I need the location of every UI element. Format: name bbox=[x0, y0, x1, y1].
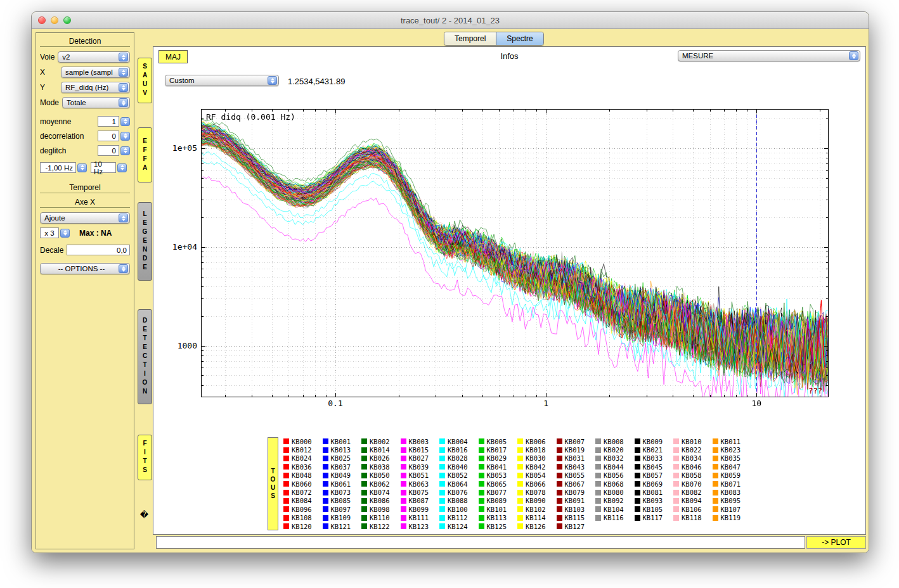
legend-item[interactable]: KB059 bbox=[713, 471, 752, 480]
legend-item[interactable]: KB019 bbox=[557, 445, 596, 454]
legend-item[interactable]: KB117 bbox=[635, 514, 674, 522]
legend-item[interactable]: KB116 bbox=[595, 514, 635, 522]
legend-item[interactable]: KB068 bbox=[595, 480, 635, 488]
legend-item[interactable]: KB082 bbox=[673, 488, 713, 496]
legend-item[interactable]: KB065 bbox=[479, 480, 518, 488]
legend-item[interactable]: KB123 bbox=[401, 522, 440, 530]
decale-input[interactable]: 0,0 bbox=[67, 245, 130, 255]
legend-item[interactable]: KB031 bbox=[557, 454, 596, 463]
legend-item[interactable]: KB106 bbox=[673, 505, 713, 513]
legend-item[interactable]: KB056 bbox=[595, 471, 635, 480]
legend-item[interactable]: KB000 bbox=[283, 437, 323, 445]
legend-item[interactable]: KB066 bbox=[517, 480, 557, 488]
legend-item[interactable]: KB032 bbox=[595, 454, 635, 463]
legend-item[interactable]: KB044 bbox=[595, 463, 635, 471]
legend-item[interactable]: KB089 bbox=[479, 497, 518, 505]
legend-item[interactable]: KB027 bbox=[401, 454, 440, 463]
close-window-button[interactable] bbox=[38, 16, 46, 24]
legend-item[interactable]: KB024 bbox=[283, 454, 323, 463]
legend-item[interactable]: KB124 bbox=[439, 522, 479, 530]
legend-item[interactable]: KB113 bbox=[479, 514, 518, 522]
legend-item[interactable]: KB036 bbox=[283, 463, 323, 471]
legend-item[interactable]: KB125 bbox=[479, 522, 518, 530]
legend-item[interactable]: KB079 bbox=[557, 488, 596, 496]
legend-item[interactable]: KB096 bbox=[283, 505, 323, 513]
x-mult-spinbox[interactable]: x 3 bbox=[40, 227, 70, 238]
x-variable-select[interactable]: sample (sampl bbox=[61, 67, 130, 78]
legend-item[interactable]: KB014 bbox=[361, 445, 401, 454]
spectrum-plot[interactable] bbox=[201, 109, 829, 397]
legend-item[interactable]: KB126 bbox=[517, 522, 557, 530]
zoom-window-button[interactable] bbox=[63, 16, 71, 24]
sauv-button[interactable]: SAUV bbox=[138, 58, 152, 103]
legend-item[interactable]: KB097 bbox=[323, 505, 362, 513]
legend-item[interactable]: KB057 bbox=[635, 471, 674, 480]
legend-item[interactable]: KB112 bbox=[439, 514, 479, 522]
legend-item[interactable]: KB092 bbox=[595, 497, 635, 505]
legend-item[interactable]: KB033 bbox=[635, 454, 674, 463]
legend-item[interactable]: KB076 bbox=[439, 488, 479, 496]
legend-item[interactable]: KB108 bbox=[283, 514, 323, 522]
legend-item[interactable]: KB048 bbox=[283, 471, 323, 480]
legend-item[interactable]: KB084 bbox=[283, 497, 323, 505]
fits-button[interactable]: FITS bbox=[138, 435, 152, 480]
detection-button[interactable]: DETECTION bbox=[138, 309, 152, 404]
legend-item[interactable]: KB020 bbox=[595, 445, 635, 454]
legend-item[interactable]: KB042 bbox=[517, 463, 557, 471]
legend-item[interactable]: KB104 bbox=[595, 505, 635, 513]
legend-item[interactable]: KB055 bbox=[557, 471, 596, 480]
legend-item[interactable]: KB047 bbox=[713, 463, 752, 471]
legend-item[interactable]: KB060 bbox=[283, 480, 323, 488]
legend-item[interactable]: KB073 bbox=[323, 488, 362, 496]
legend-item[interactable]: KB083 bbox=[713, 488, 752, 496]
legend-item[interactable]: KB071 bbox=[713, 480, 752, 488]
legend-item[interactable]: KB069 bbox=[635, 480, 674, 488]
legend-item[interactable]: KB050 bbox=[361, 471, 401, 480]
legend-item[interactable]: KB080 bbox=[595, 488, 635, 496]
tab-temporel[interactable]: Temporel bbox=[444, 32, 496, 45]
legend-item[interactable]: KB086 bbox=[361, 497, 401, 505]
legend-item[interactable]: KB067 bbox=[557, 480, 596, 488]
command-input[interactable] bbox=[156, 536, 805, 549]
legend-item[interactable]: KB015 bbox=[401, 445, 440, 454]
legend-item[interactable]: KB120 bbox=[283, 522, 323, 530]
legend-item[interactable]: KB013 bbox=[323, 445, 362, 454]
stepper-arrows-icon[interactable] bbox=[120, 132, 130, 141]
legend-item[interactable]: KB001 bbox=[323, 437, 362, 445]
legend-item[interactable]: KB101 bbox=[479, 505, 518, 513]
legend-item[interactable]: KB037 bbox=[323, 463, 362, 471]
legend-item[interactable]: KB043 bbox=[557, 463, 596, 471]
stepper-arrows-icon[interactable] bbox=[77, 163, 87, 172]
legend-item[interactable]: KB045 bbox=[635, 463, 674, 471]
legend-item[interactable]: KB075 bbox=[401, 488, 440, 496]
legend-item[interactable]: KB103 bbox=[557, 505, 596, 513]
axe-x-mode-select[interactable]: Ajoute bbox=[40, 212, 130, 224]
legend-item[interactable]: KB107 bbox=[713, 505, 752, 513]
legend-item[interactable]: KB016 bbox=[439, 445, 479, 454]
window-titlebar[interactable]: trace_tout/ 2 - 2014_01_23 bbox=[32, 12, 869, 29]
tab-spectre[interactable]: Spectre bbox=[496, 32, 543, 45]
moyenne-spinbox[interactable]: 1 bbox=[98, 116, 130, 127]
legend-item[interactable]: KB119 bbox=[713, 514, 752, 522]
legend-item[interactable]: KB099 bbox=[401, 505, 440, 513]
legend-item[interactable]: KB087 bbox=[401, 497, 440, 505]
legend-item[interactable]: KB018 bbox=[517, 445, 557, 454]
custom-select[interactable]: Custom bbox=[165, 75, 279, 86]
stepper-arrows-icon[interactable] bbox=[120, 146, 130, 155]
legend-item[interactable]: KB030 bbox=[517, 454, 557, 463]
legend-item[interactable]: KB010 bbox=[673, 437, 713, 445]
plot-button[interactable]: -> PLOT bbox=[806, 536, 866, 549]
legend-item[interactable]: KB109 bbox=[323, 514, 362, 522]
legend-item[interactable]: KB093 bbox=[635, 497, 674, 505]
stepper-arrows-icon[interactable] bbox=[60, 229, 70, 238]
effa-button[interactable]: EFFA bbox=[138, 127, 152, 182]
y-variable-select[interactable]: RF_didq (Hz) bbox=[61, 82, 130, 93]
legend-item[interactable]: KB118 bbox=[673, 514, 713, 522]
unknown-glyph-button[interactable]: � bbox=[138, 509, 150, 521]
legend-item[interactable]: KB114 bbox=[517, 514, 557, 522]
legend-item[interactable]: KB011 bbox=[713, 437, 752, 445]
tous-button[interactable]: TOUS bbox=[268, 437, 278, 530]
legend-item[interactable]: KB095 bbox=[713, 497, 752, 505]
legend-item[interactable]: KB026 bbox=[361, 454, 401, 463]
legend-item[interactable]: KB041 bbox=[479, 463, 518, 471]
